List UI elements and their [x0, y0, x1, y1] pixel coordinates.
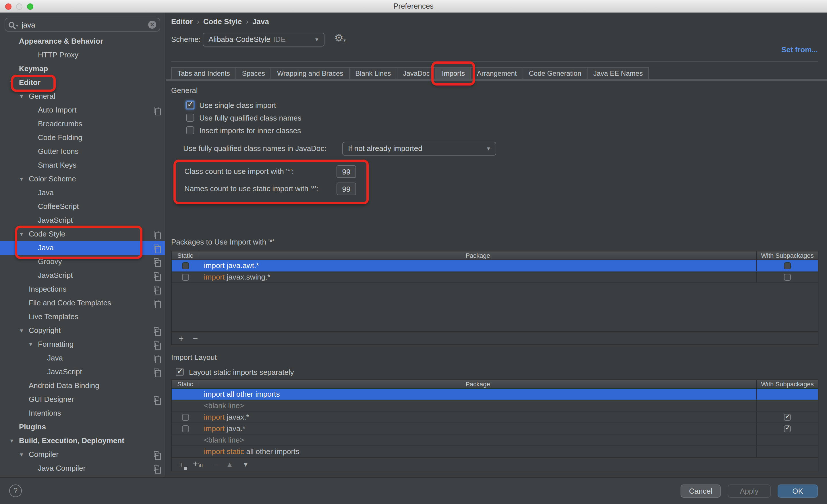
search-input[interactable]	[21, 20, 148, 29]
tree-expand-arrow-icon[interactable]: ▼	[19, 90, 24, 103]
static-checkbox[interactable]	[182, 262, 189, 269]
javadoc-select[interactable]: If not already imported ▼	[342, 142, 496, 156]
scheme-select[interactable]: Alibaba-CodeStyleIDE ▼	[203, 33, 325, 47]
table-row[interactable]: import all other imports	[172, 389, 818, 400]
table-row[interactable]: import javax.swing.*	[172, 271, 818, 283]
static-checkbox[interactable]	[182, 414, 189, 420]
sidebar-item-gutter-icons[interactable]: Gutter Icons	[0, 145, 165, 158]
sidebar-item-java[interactable]: Java	[0, 241, 165, 255]
sidebar-item-breadcrumbs[interactable]: Breadcrumbs	[0, 117, 165, 131]
search-icon[interactable]	[9, 22, 14, 28]
use-fully-qualified-class-names-checkbox[interactable]	[186, 114, 194, 122]
add-icon[interactable]: +	[179, 334, 184, 342]
sidebar-item-java[interactable]: Java	[0, 351, 165, 365]
tab-java-ee-names[interactable]: Java EE Names	[587, 67, 649, 79]
use-single-class-import-checkbox[interactable]	[186, 101, 194, 109]
sidebar-item-plugins[interactable]: Plugins	[0, 420, 165, 434]
settings-sidebar: ▾ ✕ Appearance & BehaviorHTTP ProxyKeyma…	[0, 13, 165, 477]
sidebar-item-copyright[interactable]: ▼Copyright	[0, 324, 165, 338]
with-subpackages-checkbox[interactable]	[784, 414, 791, 420]
apply-button[interactable]: Apply	[728, 485, 771, 498]
sidebar-item-java[interactable]: Java	[0, 186, 165, 200]
with-subpackages-checkbox[interactable]	[784, 262, 791, 269]
move-up-icon[interactable]: ▲	[226, 460, 233, 469]
table-row[interactable]: <blank line>	[172, 435, 818, 446]
breadcrumb-item[interactable]: Editor	[171, 17, 193, 26]
sidebar-item-intentions[interactable]: Intentions	[0, 406, 165, 420]
tree-expand-arrow-icon[interactable]: ▼	[19, 448, 24, 461]
sidebar-item-android-data-binding[interactable]: Android Data Binding	[0, 379, 165, 393]
sidebar-item-javascript[interactable]: JavaScript	[0, 213, 165, 227]
add-blank-line-icon[interactable]: +\n	[193, 459, 203, 469]
insert-imports-for-inner-classes-checkbox[interactable]	[186, 126, 194, 134]
tree-expand-arrow-icon[interactable]: ▼	[28, 338, 33, 351]
sidebar-item-live-templates[interactable]: Live Templates	[0, 310, 165, 324]
sidebar-item-inspections[interactable]: Inspections	[0, 283, 165, 296]
sidebar-item-groovy[interactable]: Groovy	[0, 255, 165, 269]
set-from-link[interactable]: Set from...	[781, 45, 818, 54]
tab-imports[interactable]: Imports	[436, 67, 471, 79]
tab-javadoc[interactable]: JavaDoc	[397, 67, 436, 79]
tab-tabs-and-indents[interactable]: Tabs and Indents	[171, 67, 236, 79]
sidebar-item-javascript[interactable]: JavaScript	[0, 269, 165, 283]
tree-expand-arrow-icon[interactable]: ▼	[9, 76, 14, 90]
sidebar-item-smart-keys[interactable]: Smart Keys	[0, 158, 165, 172]
settings-search-box[interactable]: ▾ ✕	[5, 18, 160, 32]
sidebar-item-build-execution-deployment[interactable]: ▼Build, Execution, Deployment	[0, 434, 165, 448]
clear-search-icon[interactable]: ✕	[148, 21, 156, 29]
tree-expand-arrow-icon[interactable]: ▼	[19, 324, 24, 338]
tab-code-generation[interactable]: Code Generation	[523, 67, 588, 79]
sidebar-item-code-folding[interactable]: Code Folding	[0, 131, 165, 145]
sidebar-item-http-proxy[interactable]: HTTP Proxy	[0, 48, 165, 62]
tree-expand-arrow-icon[interactable]: ▼	[19, 227, 24, 241]
sidebar-item-coffeescript[interactable]: CoffeeScript	[0, 200, 165, 213]
sidebar-item-file-and-code-templates[interactable]: File and Code Templates	[0, 296, 165, 310]
class-count-input[interactable]	[337, 165, 356, 178]
sidebar-item-label: Breadcrumbs	[0, 117, 83, 131]
general-checkbox-row[interactable]: Insert imports for inner classes	[186, 124, 301, 137]
sidebar-item-javascript[interactable]: JavaScript	[0, 365, 165, 379]
static-checkbox[interactable]	[182, 273, 189, 281]
layout-static-checkbox-row[interactable]: Layout static imports separately	[176, 366, 294, 378]
with-subpackages-checkbox[interactable]	[784, 273, 791, 281]
sidebar-item-java-compiler[interactable]: Java Compiler	[0, 461, 165, 475]
help-button[interactable]: ?	[9, 485, 22, 497]
ok-button[interactable]: OK	[778, 485, 818, 498]
sidebar-item-auto-import[interactable]: Auto Import	[0, 103, 165, 117]
sidebar-item-color-scheme[interactable]: ▼Color Scheme	[0, 172, 165, 186]
search-options-chevron-icon[interactable]: ▾	[16, 23, 18, 28]
general-checkbox-row[interactable]: Use single class import	[186, 99, 276, 111]
tab-spaces[interactable]: Spaces	[236, 67, 271, 79]
tab-blank-lines[interactable]: Blank Lines	[349, 67, 397, 79]
remove-icon[interactable]: −	[193, 334, 198, 342]
sidebar-item-keymap[interactable]: Keymap	[0, 62, 165, 76]
scheme-gear-icon[interactable]: ⚙	[334, 32, 343, 44]
table-row[interactable]: <blank line>	[172, 400, 818, 412]
tree-expand-arrow-icon[interactable]: ▼	[9, 434, 14, 448]
layout-static-checkbox[interactable]	[176, 368, 184, 376]
remove-icon[interactable]: −	[212, 460, 217, 469]
general-checkbox-row[interactable]: Use fully qualified class names	[186, 111, 301, 124]
cancel-button[interactable]: Cancel	[681, 485, 721, 498]
table-row[interactable]: import java.awt.*	[172, 260, 818, 271]
sidebar-item-code-style[interactable]: ▼Code Style	[0, 227, 165, 241]
sidebar-item-compiler[interactable]: ▼Compiler	[0, 448, 165, 461]
tab-wrapping-and-braces[interactable]: Wrapping and Braces	[271, 67, 349, 79]
sidebar-item-formatting[interactable]: ▼Formatting	[0, 338, 165, 351]
move-down-icon[interactable]: ▼	[242, 460, 249, 469]
static-checkbox[interactable]	[182, 425, 189, 432]
table-row[interactable]: import java.*	[172, 423, 818, 435]
table-row[interactable]: import static all other imports	[172, 446, 818, 457]
tree-expand-arrow-icon[interactable]: ▼	[19, 172, 24, 186]
tab-arrangement[interactable]: Arrangement	[471, 67, 523, 79]
sidebar-item-gui-designer[interactable]: GUI Designer	[0, 393, 165, 406]
with-subpackages-checkbox[interactable]	[784, 425, 791, 432]
breadcrumb-item[interactable]: Code Style	[203, 17, 242, 26]
sidebar-item-general[interactable]: ▼General	[0, 90, 165, 103]
sidebar-item-editor[interactable]: ▼Editor	[0, 76, 165, 90]
add-package-icon[interactable]: +	[179, 460, 184, 469]
sidebar-item-appearance-behavior[interactable]: Appearance & Behavior	[0, 35, 165, 48]
table-header: StaticPackageWith Subpackages	[172, 251, 818, 260]
table-row[interactable]: import javax.*	[172, 412, 818, 423]
names-count-input[interactable]	[337, 183, 356, 195]
